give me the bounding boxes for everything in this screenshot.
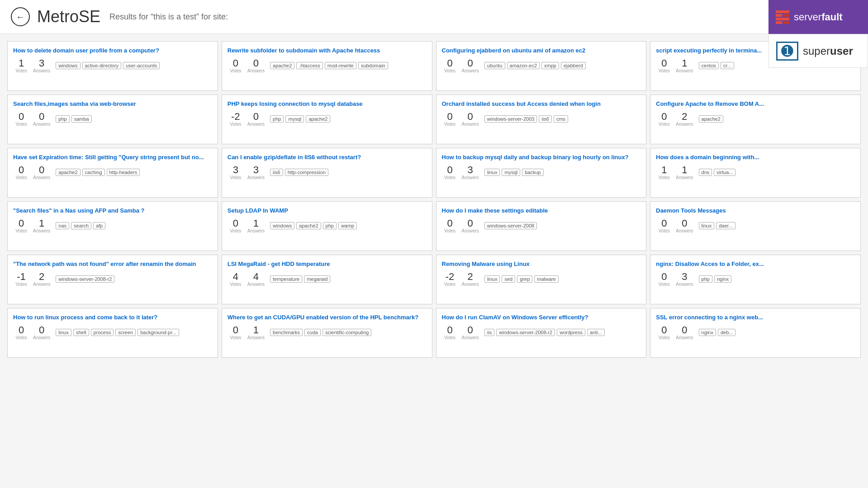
card-title[interactable]: Configuring ejabberd on ubuntu ami of am… — [442, 47, 641, 55]
tag[interactable]: windows-server-2008-r2 — [496, 329, 555, 336]
tag[interactable]: apache2 — [306, 115, 330, 123]
tag[interactable]: amazon-ec2 — [507, 62, 540, 69]
card-title[interactable]: How to delete domain user profile from a… — [13, 47, 212, 55]
card-title[interactable]: SSL error connecting to a nginx web... — [656, 314, 855, 322]
card-title[interactable]: LSI MegaRaid - get HDD temperature — [228, 261, 427, 268]
answer-stat: 1Answers — [33, 218, 50, 233]
card-title[interactable]: How do I run ClamAV on Windows Server ef… — [442, 314, 641, 322]
tag[interactable]: windows-server-2003 — [484, 115, 537, 123]
tag[interactable]: daer... — [716, 222, 735, 229]
card-title[interactable]: How to backup mysql daily and backup bin… — [442, 154, 641, 161]
card-title[interactable]: How do I make these settings editable — [442, 207, 641, 215]
tag[interactable]: cr... — [721, 62, 734, 69]
tag[interactable]: linux — [484, 275, 500, 283]
tag[interactable]: megaraid — [304, 275, 330, 283]
tag[interactable]: .htaccess — [296, 62, 323, 69]
result-card: Search files,images samba via web-browse… — [7, 95, 218, 144]
card-title[interactable]: Search files,images samba via web-browse… — [13, 100, 212, 108]
tag[interactable]: xmpp — [541, 62, 559, 69]
tag-list: phpsamba — [56, 115, 91, 123]
tag[interactable]: mod-rewrite — [325, 62, 356, 69]
tag[interactable]: linux — [699, 222, 715, 229]
tag[interactable]: nas — [56, 222, 69, 229]
tag[interactable]: centos — [699, 62, 719, 69]
tag[interactable]: dns — [699, 169, 712, 176]
card-title[interactable]: How to run linux process and come back t… — [13, 314, 212, 322]
card-title[interactable]: nginx: Disallow Acces to a Folder, ex... — [656, 261, 855, 268]
tag[interactable]: windows-server-2008-r2 — [56, 275, 114, 283]
tag[interactable]: temperature — [270, 275, 302, 283]
superuser-logo[interactable]: ➊ superuser — [768, 34, 868, 68]
tag[interactable]: php — [56, 115, 69, 123]
tag[interactable]: apache2 — [699, 115, 723, 123]
tag[interactable]: linux — [484, 169, 500, 176]
tag[interactable]: deb... — [718, 329, 736, 336]
card-title[interactable]: Rewrite subfolder to subdomain with Apac… — [228, 47, 427, 55]
tag[interactable]: iis6 — [539, 115, 552, 123]
card-title[interactable]: Configure Apache to Remove BOM A... — [656, 100, 855, 108]
tag[interactable]: php — [699, 275, 712, 283]
tag[interactable]: search — [71, 222, 91, 229]
tag[interactable]: http-compression — [285, 169, 328, 176]
card-title[interactable]: How does a domain beginning with... — [656, 154, 855, 161]
card-title[interactable]: Setup LDAP In WAMP — [228, 207, 427, 215]
tag[interactable]: php — [323, 222, 337, 229]
answer-number: 3 — [682, 272, 687, 282]
tag[interactable]: nginx — [699, 329, 716, 336]
tag[interactable]: backup — [522, 169, 543, 176]
tag[interactable]: http-headers — [107, 169, 140, 176]
answers-label: Answers — [247, 68, 265, 73]
tag[interactable]: background-pr... — [138, 329, 179, 336]
tag[interactable]: mysql — [285, 115, 304, 123]
card-title[interactable]: "The network path was not found" error a… — [13, 261, 212, 268]
serverfault-logo[interactable]: serverfault — [768, 0, 868, 34]
tag[interactable]: user-accounts — [123, 62, 160, 69]
tag[interactable]: apache2 — [56, 169, 80, 176]
tag[interactable]: nginx — [714, 275, 731, 283]
tag[interactable]: windows — [56, 62, 80, 69]
tag[interactable]: process — [91, 329, 114, 336]
card-title[interactable]: Have set Expiration time: Still getting … — [13, 154, 212, 161]
card-title[interactable]: Where to get an CUDA/GPU enabled version… — [228, 314, 427, 322]
tag[interactable]: caching — [82, 169, 105, 176]
card-title[interactable]: Daemon Tools Messages — [656, 207, 855, 215]
card-title[interactable]: "Search files" in a Nas using AFP and Sa… — [13, 207, 212, 215]
tag[interactable]: sed — [502, 275, 515, 283]
back-button[interactable]: ← — [11, 7, 30, 26]
tag[interactable]: apache2 — [270, 62, 294, 69]
tag[interactable]: cms — [554, 115, 568, 123]
tag[interactable]: cuda — [304, 329, 321, 336]
tag[interactable]: php — [270, 115, 284, 123]
tag[interactable]: virtua... — [714, 169, 735, 176]
tag[interactable]: wordpress — [557, 329, 585, 336]
tag[interactable]: benchmarks — [270, 329, 303, 336]
card-meta: 0Votes0Answersnginxdeb... — [656, 325, 855, 340]
tag[interactable]: subdomain — [358, 62, 388, 69]
tag[interactable]: mysql — [502, 169, 520, 176]
tag[interactable]: windows-server-2008 — [484, 222, 537, 229]
tag[interactable]: linux — [56, 329, 71, 336]
tag[interactable]: anti... — [587, 329, 605, 336]
tag[interactable]: ejabberd — [561, 62, 586, 69]
card-title[interactable]: PHP keeps losing connection to mysql dat… — [228, 100, 427, 108]
tag[interactable]: ubuntu — [484, 62, 505, 69]
card-title[interactable]: Orchard installed success but Access den… — [442, 100, 641, 108]
tag[interactable]: screen — [115, 329, 136, 336]
answer-stat: 0Answers — [247, 112, 265, 127]
tag[interactable]: wamp — [338, 222, 357, 229]
tag[interactable]: active-directory — [82, 62, 122, 69]
superuser-label: superuser — [803, 45, 853, 57]
tag[interactable]: samba — [71, 115, 92, 123]
tag[interactable]: shell — [73, 329, 89, 336]
tag[interactable]: iis — [484, 329, 494, 336]
tag[interactable]: apache2 — [296, 222, 321, 229]
tag[interactable]: iis6 — [270, 169, 283, 176]
tag[interactable]: grep — [517, 275, 532, 283]
tag-list: centoscr... — [699, 62, 734, 69]
tag[interactable]: malware — [534, 275, 559, 283]
card-title[interactable]: Can I enable gzip/deflate in IIS6 withou… — [228, 154, 427, 161]
tag[interactable]: scientific-computing — [323, 329, 372, 336]
tag[interactable]: windows — [270, 222, 294, 229]
tag[interactable]: afp — [93, 222, 105, 229]
card-title[interactable]: Removing Malware using Linux — [442, 261, 641, 268]
